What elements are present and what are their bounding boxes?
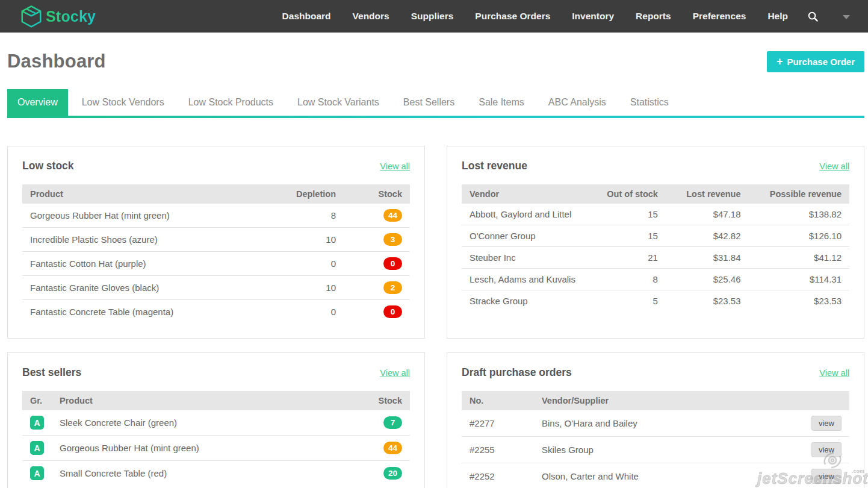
vendor-name: Lesch, Adams and Kuvalis [462,269,583,290]
vendor-name: Abbott, Gaylord and Littel [462,204,583,225]
table-row: Steuber Inc 21 $31.84 $41.12 [462,247,849,269]
stock-badge: 44 [383,442,402,454]
nav-purchase-orders[interactable]: Purchase Orders [464,11,561,22]
tab-low-stock-products[interactable]: Low Stock Products [178,89,284,116]
nav-suppliers[interactable]: Suppliers [400,11,465,22]
column-header: Product [52,391,344,410]
table-header-row: Product Depletion Stock [22,184,410,204]
tab-sale-items[interactable]: Sale Items [468,89,535,116]
nav-preferences[interactable]: Preferences [682,11,757,22]
tab-statistics[interactable]: Statistics [620,89,679,116]
stock-badge: 2 [383,281,402,294]
search-icon[interactable] [799,11,829,22]
nav-help[interactable]: Help [757,11,799,22]
nav-dashboard[interactable]: Dashboard [271,11,342,22]
out-of-stock-value: 21 [583,247,666,269]
depletion-value: 0 [277,252,344,276]
product-name: Sleek Concrete Chair (green) [52,410,344,436]
stock-badge: 44 [383,209,402,222]
product-name: Gorgeous Rubber Hat (mint green) [22,204,277,228]
table-row: Lesch, Adams and Kuvalis 8 $25.46 $114.3… [462,269,849,290]
draft-purchase-orders-panel: Draft purchase orders View all No. Vendo… [447,352,864,488]
tab-low-stock-variants[interactable]: Low Stock Variants [287,89,389,116]
table-row: Incredible Plastic Shoes (azure) 10 3 [22,228,410,252]
out-of-stock-value: 8 [583,269,666,290]
tab-low-stock-vendors[interactable]: Low Stock Vendors [72,89,175,116]
view-po-button[interactable]: view [811,416,842,431]
product-name: Fantastic Concrete Table (magenta) [22,300,277,324]
top-nav-bar: Stocky Dashboard Vendors Suppliers Purch… [0,0,868,33]
brand-name: Stocky [46,8,96,25]
nav-reports[interactable]: Reports [625,11,682,22]
lost-revenue-value: $42.82 [666,225,749,247]
po-number: #2252 [462,463,534,488]
plus-icon: + [777,56,783,67]
tab-abc-analysis[interactable]: ABC Analysis [538,89,616,116]
panel-title: Low stock [22,160,74,172]
grade-badge: A [30,441,44,455]
product-name: Fantastic Cotton Hat (purple) [22,252,277,276]
stock-badge: 0 [383,305,402,318]
draft-po-view-all-link[interactable]: View all [819,368,849,378]
possible-revenue-value: $126.10 [749,225,849,247]
table-row: Fantastic Granite Gloves (black) 10 2 [22,276,410,300]
stock-badge: 7 [383,416,402,429]
vendor-name: O'Conner Group [462,225,583,247]
out-of-stock-value: 5 [583,290,666,312]
brand-logo[interactable]: Stocky [20,4,96,28]
view-po-button[interactable]: view [811,442,842,457]
stock-badge: 0 [383,257,402,270]
vendor-name: Stracke Group [462,290,583,312]
table-row: A Small Concrete Table (red) 20 [22,461,410,486]
chevron-down-icon[interactable] [843,15,850,19]
table-header-row: No. Vendor/Supplier [462,391,849,410]
column-header: Depletion [277,184,344,204]
tab-best-sellers[interactable]: Best Sellers [393,89,465,116]
out-of-stock-value: 15 [583,204,666,225]
depletion-value: 10 [277,228,344,252]
panel-header: Lost revenue View all [462,160,849,172]
new-purchase-order-button[interactable]: + Purchase Order [767,51,864,72]
table-row: O'Conner Group 15 $42.82 $126.10 [462,225,849,247]
depletion-value: 8 [277,204,344,228]
table-row: Gorgeous Rubber Hat (mint green) 8 44 [22,204,410,228]
panel-title: Draft purchase orders [462,366,572,379]
view-po-button[interactable]: view [811,469,842,484]
main-nav: Dashboard Vendors Suppliers Purchase Ord… [271,11,855,22]
table-row: Stracke Group 5 $23.53 $23.53 [462,290,849,312]
possible-revenue-value: $41.12 [749,247,849,269]
draft-purchase-orders-table: No. Vendor/Supplier #2277 Bins, O'Hara a… [462,391,849,488]
panel-title: Best sellers [22,366,81,379]
lost-revenue-table: Vendor Out of stock Lost revenue Possibl… [462,184,849,311]
grade-badge: A [30,466,44,480]
stock-badge: 3 [383,233,402,246]
new-purchase-order-label: Purchase Order [787,57,855,67]
low-stock-view-all-link[interactable]: View all [380,161,410,171]
dashboard-page: Dashboard + Purchase Order Overview Low … [0,51,868,488]
nav-inventory[interactable]: Inventory [561,11,625,22]
table-row: #2277 Bins, O'Hara and Bailey view [462,410,849,437]
low-stock-panel: Low stock View all Product Depletion Sto… [7,146,425,339]
page-title: Dashboard [7,51,106,72]
best-sellers-view-all-link[interactable]: View all [380,368,410,378]
panel-header: Low stock View all [22,160,410,172]
product-name: Gorgeous Rubber Hat (mint green) [52,436,344,461]
table-header-row: Vendor Out of stock Lost revenue Possibl… [462,184,849,204]
po-number: #2277 [462,410,534,437]
table-row: Abbott, Gaylord and Littel 15 $47.18 $13… [462,204,849,225]
product-name: Incredible Plastic Shoes (azure) [22,228,277,252]
column-header [804,391,849,410]
best-sellers-panel: Best sellers View all Gr. Product Stock … [7,352,425,488]
lost-revenue-view-all-link[interactable]: View all [819,161,849,171]
table-row: #2255 Skiles Group view [462,437,849,463]
column-header: Product [22,184,277,204]
column-header: Lost revenue [666,184,749,204]
nav-vendors[interactable]: Vendors [342,11,400,22]
lost-revenue-value: $23.53 [666,290,749,312]
lost-revenue-value: $25.46 [666,269,749,290]
lost-revenue-panel: Lost revenue View all Vendor Out of stoc… [447,146,864,339]
possible-revenue-value: $114.31 [749,269,849,290]
tab-overview[interactable]: Overview [7,89,68,116]
depletion-value: 10 [277,276,344,300]
dashboard-cards: Low stock View all Product Depletion Sto… [7,146,864,488]
